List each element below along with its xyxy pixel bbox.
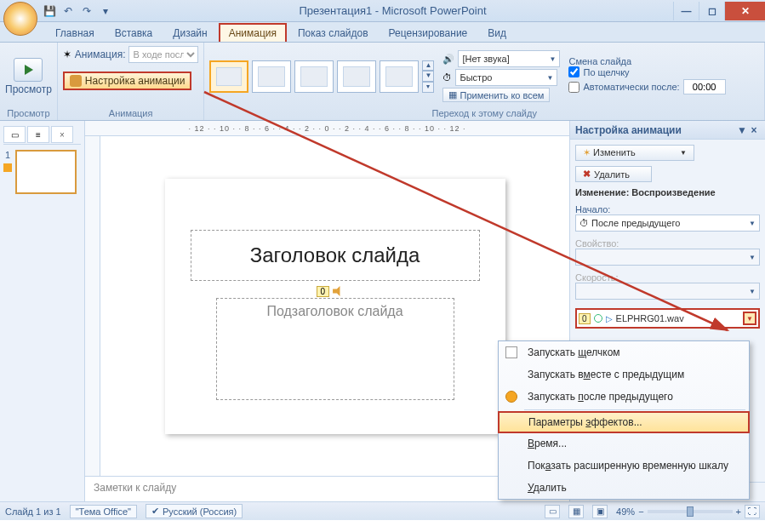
zoom-slider[interactable] [648,510,733,513]
tab-slideshow[interactable]: Показ слайдов [288,24,378,42]
slide-editor: · 12 · · 10 · · 8 · · 6 · · 4 · · 2 · · … [85,121,569,501]
apply-all-button[interactable]: ▦ Применить ко всем [442,88,550,102]
group-preview: Просмотр Просмотр [0,43,58,120]
transition-gallery[interactable]: ▲▼▾ [209,60,434,93]
property-label: Свойство: [575,238,760,249]
status-bar: Слайд 1 из 1 "Тема Office" ✔ Русский (Ро… [0,501,765,520]
anim-order-badge: 0 [317,286,330,297]
title-placeholder[interactable]: Заголовок слайда [191,230,480,281]
close-nav-tab[interactable]: × [51,126,73,143]
tab-insert[interactable]: Вставка [106,24,163,42]
ctx-show-timeline[interactable]: Показать расширенную временную шкалу [499,455,749,477]
group-transition: ▲▼▾ 🔊 [Нет звука]▼ ⏱ Быстро▼ ▦ Применит [204,43,765,120]
outline-tab[interactable]: ≡ [27,126,49,143]
group-animation: ✶ Анимация: В ходе посл... Настройка ани… [58,43,205,120]
group-label-preview: Просмотр [5,106,52,118]
slide-thumbnail-1[interactable] [15,150,77,194]
office-button[interactable] [3,2,37,36]
subtitle-placeholder[interactable]: Подзаголовок слайда [216,298,454,400]
speaker-icon [333,286,343,296]
save-icon[interactable]: 💾 [43,4,56,18]
ctx-timing[interactable]: Время... [499,432,749,455]
speed-icon: ⏱ [442,72,452,83]
status-language[interactable]: ✔ Русский (Россия) [146,504,243,518]
zoom-value: 49% [616,506,635,517]
change-title: Смена слайда [568,56,725,66]
auto-after-label: Автоматически после: [583,82,679,92]
start-label: Начало: [575,204,760,215]
custom-animation-label: Настройка анимации [85,75,186,87]
qat-dropdown-icon[interactable]: ▾ [99,4,112,18]
taskpane-header: Настройка анимации ▼ × [570,121,765,140]
title-bar: 💾 ↶ ↷ ▾ Презентация1 - Microsoft PowerPo… [0,0,765,22]
transition-1[interactable] [252,60,291,93]
start-select[interactable]: ⏱ После предыдущего▼ [575,215,760,232]
status-slide: Слайд 1 из 1 [5,506,61,517]
redo-icon[interactable]: ↷ [80,4,94,18]
slide: Заголовок слайда 0 Подзаголовок слайда [165,179,505,434]
view-slideshow-button[interactable]: ▣ [592,505,608,518]
clock-icon [505,391,517,403]
ctx-start-on-click[interactable]: Запускать щелчком [499,341,749,363]
speed-select[interactable]: Быстро▼ [455,69,557,86]
transition-options: 🔊 [Нет звука]▼ ⏱ Быстро▼ ▦ Применить ко … [442,50,560,102]
view-sorter-button[interactable]: ▦ [568,505,584,518]
zoom-out-button[interactable]: − [638,506,643,517]
tp-speed-select: ▼ [575,283,760,300]
slide-number: 1 [5,150,10,160]
tab-design[interactable]: Дизайн [163,24,216,42]
auto-after-time[interactable] [683,79,726,94]
transition-3[interactable] [337,60,376,93]
slides-tab[interactable]: ▭ [3,126,26,143]
gallery-scroll[interactable]: ▲▼▾ [422,60,434,93]
auto-after-check[interactable] [568,82,579,93]
close-button[interactable]: ✕ [724,2,765,20]
sound-select[interactable]: [Нет звука]▼ [458,50,560,67]
anim-order: 0 [579,313,591,324]
minimize-button[interactable]: — [673,2,699,20]
animation-list-item[interactable]: 0 ▷ ELPHRG01.wav ▼ [575,308,760,329]
tab-home[interactable]: Главная [46,24,104,42]
ctx-start-with-previous[interactable]: Запускать вместе с предыдущим [499,363,749,386]
custom-animation-button[interactable]: Настройка анимации [63,72,192,90]
undo-icon[interactable]: ↶ [61,4,75,18]
play-icon [25,65,33,75]
transition-2[interactable] [294,60,334,93]
transition-4[interactable] [380,60,419,93]
taskpane-close-icon[interactable]: × [748,124,760,136]
taskpane-dropdown-icon[interactable]: ▼ [736,124,748,136]
transition-none[interactable] [209,60,248,93]
property-select: ▼ [575,249,760,266]
tab-view[interactable]: Вид [478,24,516,42]
preview-label: Просмотр [5,83,52,95]
status-theme[interactable]: "Тема Office" [70,505,137,518]
sound-icon: 🔊 [442,54,454,65]
animate-select[interactable]: В ходе посл... [128,46,198,63]
view-normal-button[interactable]: ▭ [545,505,560,518]
tab-review[interactable]: Рецензирование [380,24,477,42]
notes-pane[interactable]: Заметки к слайду [85,476,569,501]
delete-effect-button[interactable]: ✖Удалить [575,166,652,182]
group-label-transition: Переход к этому слайду [209,106,759,118]
zoom-in-button[interactable]: + [736,506,741,517]
group-label-animation: Анимация [63,106,199,118]
tab-animation[interactable]: Анимация [219,23,287,42]
ctx-effect-options[interactable]: Параметры эффектов... [498,411,750,433]
ruler-horizontal: · 12 · · 10 · · 8 · · 6 · · 4 · · 2 · · … [85,121,569,136]
anim-name: ELPHRG01.wav [616,313,684,323]
lang-icon: ✔ [151,506,159,517]
ribbon: Просмотр Просмотр ✶ Анимация: В ходе пос… [0,43,765,121]
fit-window-button[interactable]: ⛶ [745,505,760,518]
on-click-label: По щелчку [583,67,629,77]
ribbon-tabs: Главная Вставка Дизайн Анимация Показ сл… [0,22,765,43]
ctx-start-after-previous[interactable]: Запускать после предыдущего [499,386,749,408]
animate-label: Анимация: [75,49,126,60]
animation-indicator-icon [3,163,12,172]
maximize-button[interactable]: ◻ [699,2,724,20]
on-click-check[interactable] [568,66,579,77]
ctx-delete[interactable]: Удалить [499,477,749,499]
change-effect-button[interactable]: ✶ Изменить ▼ [575,145,694,161]
anim-dropdown-button[interactable]: ▼ [743,312,756,325]
preview-button[interactable]: Просмотр [5,58,52,95]
mouse-icon [505,346,517,358]
